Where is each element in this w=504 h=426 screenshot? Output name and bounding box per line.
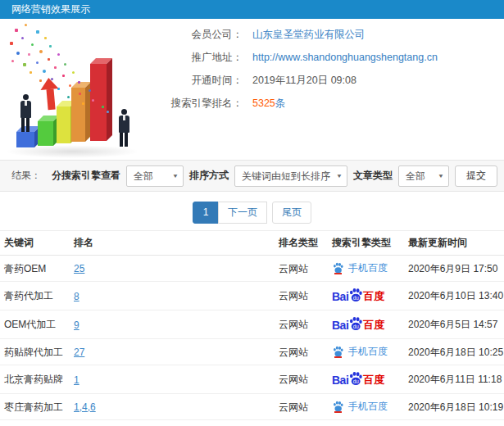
mobile-baidu-logo: 手机百度 xyxy=(332,261,388,275)
growth-chart-illustration xyxy=(0,19,161,160)
engine-cell: Bai du 百度 xyxy=(328,365,404,394)
svg-text:du: du xyxy=(353,378,360,384)
rank-link[interactable]: 9 xyxy=(74,320,79,331)
svg-text:du: du xyxy=(353,324,360,329)
baidu-paw-icon xyxy=(332,346,344,358)
submit-button[interactable]: 提交 xyxy=(455,165,497,187)
filter-bar: 结果： 分搜索引擎查看 全部 ▼ 排序方式 关键词由短到长排序 ▼ 文章类型 全… xyxy=(0,160,504,192)
keyword-cell: 北京膏药贴牌 xyxy=(0,365,70,394)
baidu-paw-icon: du xyxy=(347,316,364,333)
mobile-baidu-logo: 手机百度 xyxy=(332,400,388,414)
table-row: 医疗器械厂家 4 云网站 Bai du 百度 2 xyxy=(0,420,504,426)
rank-cell: 8 xyxy=(70,282,275,310)
table-row: 膏药代加工 8 云网站 Bai du 百度 20 xyxy=(0,282,504,310)
company-link[interactable]: 山东皇圣堂药业有限公司 xyxy=(252,28,366,42)
sort-select-wrap: 关键词由短到长排序 ▼ xyxy=(234,165,347,187)
baidu-logo: Bai du 百度 xyxy=(332,288,384,305)
rank-type-cell: 云网站 xyxy=(275,339,328,365)
page-title: 网络营销效果展示 xyxy=(11,3,90,15)
rank-cell: 25 xyxy=(70,256,275,282)
sort-select[interactable]: 关键词由短到长排序 xyxy=(234,165,347,187)
col-header-updated: 最新更新时间 xyxy=(404,231,504,256)
rank-count-value: 5325 xyxy=(252,97,275,109)
keyword-cell: 药贴牌代加工 xyxy=(0,339,70,365)
info-row-open-time: 开通时间： 2019年11月20日 09:08 xyxy=(164,69,504,92)
updated-time-cell: 2020年6月11日 11:18 xyxy=(404,365,504,394)
rank-link[interactable]: 25 xyxy=(74,263,84,274)
promo-url-label: 推广地址： xyxy=(164,51,243,65)
rank-link[interactable]: 27 xyxy=(74,347,84,358)
article-type-wrap: 全部 ▼ xyxy=(398,165,449,187)
updated-time-cell: 2020年6月10日 13:40 xyxy=(404,282,504,310)
updated-time-cell: 2020年6月9日 17:50 xyxy=(404,256,504,282)
rank-cell: 1,4,6 xyxy=(70,394,275,420)
baidu-paw-icon xyxy=(332,401,344,413)
rank-link[interactable]: 1,4,6 xyxy=(74,401,96,413)
rank-link[interactable]: 1 xyxy=(74,374,79,386)
rank-type-cell: 云网站 xyxy=(275,420,328,426)
last-page-button[interactable]: 尾页 xyxy=(272,202,311,224)
rank-type-cell: 云网站 xyxy=(275,365,328,394)
mobile-baidu-logo: 手机百度 xyxy=(332,345,388,359)
engine-filter-wrap: 全部 ▼ xyxy=(126,165,184,187)
rank-cell: 1 xyxy=(70,365,275,394)
businessman-left-icon xyxy=(16,94,34,132)
keyword-cell: OEM代加工 xyxy=(0,310,70,339)
keyword-cell: 膏药代加工 xyxy=(0,282,70,310)
article-type-select[interactable]: 全部 xyxy=(398,165,449,187)
rank-count-label: 搜索引擎排名： xyxy=(164,97,243,111)
col-header-engine: 搜索引擎类型 xyxy=(328,231,404,256)
updated-time-cell: 2020年6月18日 10:25 xyxy=(404,339,504,365)
rank-type-cell: 云网站 xyxy=(275,282,328,310)
rank-cell: 4 xyxy=(70,420,275,426)
info-row-company: 会员公司： 山东皇圣堂药业有限公司 xyxy=(164,23,504,46)
baidu-logo: Bai du 百度 xyxy=(332,371,384,388)
company-label: 会员公司： xyxy=(164,28,243,42)
rank-type-cell: 云网站 xyxy=(275,310,328,339)
open-time-value: 2019年11月20日 09:08 xyxy=(252,74,356,88)
summary-section: 会员公司： 山东皇圣堂药业有限公司 推广地址： http://www.shand… xyxy=(0,19,504,160)
baidu-paw-icon: du xyxy=(347,371,364,388)
updated-time-cell: 2020年6月5日 14:57 xyxy=(404,310,504,339)
rank-cell: 9 xyxy=(70,310,275,339)
engine-cell: Bai du 百度 xyxy=(328,310,404,339)
table-row: 药贴牌代加工 27 云网站 手机百度 2020年6月18日 10: xyxy=(0,339,504,365)
results-table: 关键词 排名 排名类型 搜索引擎类型 最新更新时间 膏药OEM 25 云网站 xyxy=(0,230,504,426)
engine-filter-select[interactable]: 全部 xyxy=(126,165,184,187)
engine-cell: 手机百度 xyxy=(328,256,404,282)
keyword-cell: 医疗器械厂家 xyxy=(0,420,70,426)
rank-link[interactable]: 8 xyxy=(74,291,79,302)
engine-cell: 手机百度 xyxy=(328,339,404,365)
member-info-panel: 会员公司： 山东皇圣堂药业有限公司 推广地址： http://www.shand… xyxy=(164,19,504,115)
rank-type-cell: 云网站 xyxy=(275,256,328,282)
col-header-rank-type: 排名类型 xyxy=(275,231,328,256)
growth-arrow-icon xyxy=(39,77,60,111)
svg-text:du: du xyxy=(353,295,360,301)
col-header-rank: 排名 xyxy=(70,231,275,256)
article-type-label: 文章类型 xyxy=(353,169,393,183)
baidu-paw-icon xyxy=(332,262,344,274)
page-title-bar: 网络营销效果展示 xyxy=(0,0,504,19)
promo-url-link[interactable]: http://www.shandonghuangshengtang.cn xyxy=(252,52,438,63)
sort-label: 排序方式 xyxy=(189,169,229,183)
info-row-rank-count: 搜索引擎排名： 5325条 xyxy=(164,92,504,115)
page-1-button[interactable]: 1 xyxy=(193,202,219,224)
engine-cell: 手机百度 xyxy=(328,394,404,420)
table-header-row: 关键词 排名 排名类型 搜索引擎类型 最新更新时间 xyxy=(0,231,504,256)
table-row: OEM代加工 9 云网站 Bai du 百度 2 xyxy=(0,310,504,339)
table-row: 膏药OEM 25 云网站 手机百度 2020年6月9日 17:50 xyxy=(0,256,504,282)
open-time-label: 开通时间： xyxy=(164,74,243,88)
baidu-paw-icon: du xyxy=(347,288,364,305)
baidu-logo: Bai du 百度 xyxy=(332,316,384,333)
keyword-cell: 枣庄膏药加工 xyxy=(0,394,70,420)
updated-time-cell: 2020年5月29日 10:32 xyxy=(404,420,504,426)
table-row: 枣庄膏药加工 1,4,6 云网站 手机百度 2020年6月18日 xyxy=(0,394,504,420)
info-row-url: 推广地址： http://www.shandonghuangshengtang.… xyxy=(164,46,504,69)
rank-count-suffix: 条 xyxy=(275,97,286,109)
keyword-cell: 膏药OEM xyxy=(0,256,70,282)
updated-time-cell: 2020年6月18日 10:19 xyxy=(404,394,504,420)
next-page-button[interactable]: 下一页 xyxy=(218,202,267,224)
engine-cell: Bai du 百度 xyxy=(328,420,404,426)
table-row: 北京膏药贴牌 1 云网站 Bai du 百度 2 xyxy=(0,365,504,394)
engine-filter-label: 分搜索引擎查看 xyxy=(52,169,120,183)
